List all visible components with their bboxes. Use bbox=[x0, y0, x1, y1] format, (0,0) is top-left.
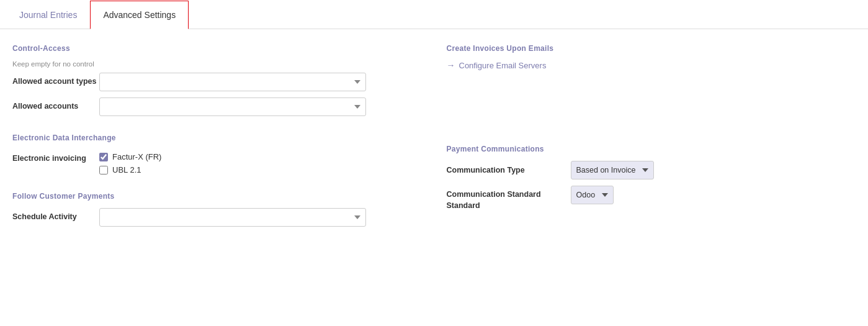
communication-standard-select[interactable]: Odoo bbox=[571, 186, 614, 204]
section-control-access: Control-Access Keep empty for no control… bbox=[12, 44, 422, 116]
main-content: Control-Access Keep empty for no control… bbox=[0, 29, 868, 259]
allowed-accounts-label: Allowed accounts bbox=[12, 97, 99, 112]
create-invoices-title: Create Invoices upon Emails bbox=[447, 44, 856, 53]
allowed-account-types-select[interactable] bbox=[99, 73, 366, 91]
configure-email-servers-label: Configure Email Servers bbox=[459, 61, 547, 70]
tab-advanced-settings[interactable]: Advanced Settings bbox=[90, 1, 189, 29]
tab-bar: Journal Entries Advanced Settings bbox=[0, 0, 868, 29]
allowed-accounts-select[interactable] bbox=[99, 97, 366, 116]
tab-journal-entries[interactable]: Journal Entries bbox=[6, 1, 90, 29]
arrow-right-icon: → bbox=[447, 60, 455, 70]
section-follow-customer: Follow Customer Payments Schedule Activi… bbox=[12, 192, 422, 227]
communication-standard-control: Odoo bbox=[571, 186, 614, 204]
allowed-accounts-row: Allowed accounts bbox=[12, 97, 422, 116]
communication-type-select[interactable]: Based on Invoice bbox=[571, 161, 654, 179]
schedule-activity-select[interactable] bbox=[99, 208, 366, 227]
electronic-invoicing-row: Electronic invoicing Factur-X (FR) UBL 2… bbox=[12, 150, 422, 174]
communication-type-label: Communication Type bbox=[447, 166, 571, 174]
allowed-account-types-control bbox=[99, 73, 422, 91]
electronic-invoicing-checkboxes: Factur-X (FR) UBL 2.1 bbox=[99, 150, 422, 174]
schedule-activity-control bbox=[99, 208, 422, 227]
section-create-invoices: Create Invoices upon Emails → Configure … bbox=[447, 44, 856, 70]
section-payment-communications: Payment Communications Communication Typ… bbox=[447, 145, 856, 211]
allowed-accounts-control bbox=[99, 97, 422, 116]
configure-email-servers-link[interactable]: → Configure Email Servers bbox=[447, 60, 856, 70]
section-edi: Electronic Data Interchange Electronic i… bbox=[12, 134, 422, 174]
ubl21-label: UBL 2.1 bbox=[112, 165, 141, 174]
follow-customer-title: Follow Customer Payments bbox=[12, 192, 422, 201]
control-access-title: Control-Access bbox=[12, 44, 422, 53]
schedule-activity-row: Schedule Activity bbox=[12, 208, 422, 227]
electronic-invoicing-label: Electronic invoicing bbox=[12, 150, 99, 165]
facturx-checkbox-item[interactable]: Factur-X (FR) bbox=[99, 152, 422, 161]
facturx-checkbox[interactable] bbox=[99, 153, 108, 161]
edi-title: Electronic Data Interchange bbox=[12, 134, 422, 142]
allowed-account-types-label: Allowed account types bbox=[12, 73, 99, 88]
payment-communications-title: Payment Communications bbox=[447, 145, 856, 153]
communication-type-row: Communication Type Based on Invoice bbox=[447, 161, 856, 179]
ubl21-checkbox[interactable] bbox=[99, 166, 108, 174]
control-access-sublabel: Keep empty for no control bbox=[12, 60, 422, 68]
left-column: Control-Access Keep empty for no control… bbox=[12, 44, 422, 244]
communication-standard-label: Communication Standard Standard bbox=[447, 186, 571, 211]
allowed-account-types-row: Allowed account types bbox=[12, 73, 422, 91]
facturx-label: Factur-X (FR) bbox=[112, 152, 161, 161]
schedule-activity-label: Schedule Activity bbox=[12, 208, 99, 223]
communication-standard-row: Communication Standard Standard Odoo bbox=[447, 186, 856, 211]
communication-type-control: Based on Invoice bbox=[571, 161, 654, 179]
ubl21-checkbox-item[interactable]: UBL 2.1 bbox=[99, 165, 422, 174]
right-column: Create Invoices upon Emails → Configure … bbox=[447, 44, 856, 244]
